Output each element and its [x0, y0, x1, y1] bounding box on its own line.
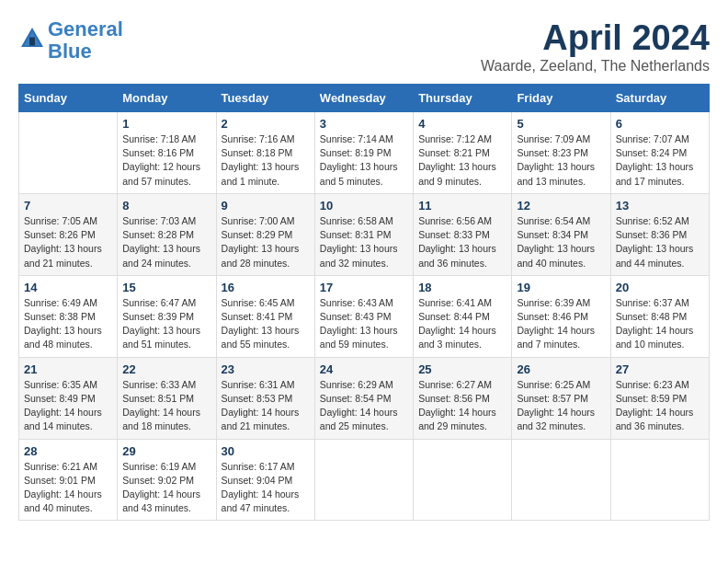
cell-info: Sunrise: 6:58 AMSunset: 8:31 PMDaylight:…	[320, 214, 408, 270]
calendar-cell	[512, 439, 610, 521]
calendar-cell: 20Sunrise: 6:37 AMSunset: 8:48 PMDayligh…	[610, 275, 709, 357]
logo-text: General Blue	[48, 18, 123, 63]
calendar-cell: 4Sunrise: 7:12 AMSunset: 8:21 PMDaylight…	[414, 112, 512, 194]
calendar-cell: 24Sunrise: 6:29 AMSunset: 8:54 PMDayligh…	[314, 357, 413, 439]
cell-info: Sunrise: 6:52 AMSunset: 8:36 PMDaylight:…	[616, 214, 704, 270]
calendar-cell: 21Sunrise: 6:35 AMSunset: 8:49 PMDayligh…	[19, 357, 118, 439]
calendar-cell: 11Sunrise: 6:56 AMSunset: 8:33 PMDayligh…	[414, 193, 512, 275]
cell-info: Sunrise: 7:05 AMSunset: 8:26 PMDaylight:…	[24, 214, 112, 270]
cell-info: Sunrise: 7:07 AMSunset: 8:24 PMDaylight:…	[616, 132, 704, 189]
calendar-cell: 13Sunrise: 6:52 AMSunset: 8:36 PMDayligh…	[610, 193, 709, 275]
cell-info: Sunrise: 6:19 AMSunset: 9:02 PMDaylight:…	[122, 460, 210, 516]
cell-info: Sunrise: 7:00 AMSunset: 8:29 PMDaylight:…	[222, 214, 310, 270]
calendar-cell: 27Sunrise: 6:23 AMSunset: 8:59 PMDayligh…	[610, 357, 709, 439]
calendar-cell: 16Sunrise: 6:45 AMSunset: 8:41 PMDayligh…	[216, 275, 314, 357]
cell-info: Sunrise: 6:41 AMSunset: 8:44 PMDaylight:…	[418, 296, 506, 352]
day-number: 19	[517, 281, 605, 294]
week-row-3: 14Sunrise: 6:49 AMSunset: 8:38 PMDayligh…	[19, 275, 710, 357]
weekday-header-sunday: Sunday	[19, 85, 118, 112]
calendar-cell: 8Sunrise: 7:03 AMSunset: 8:28 PMDaylight…	[118, 193, 216, 275]
day-number: 18	[418, 281, 506, 294]
calendar-cell: 15Sunrise: 6:47 AMSunset: 8:39 PMDayligh…	[118, 275, 216, 357]
calendar-cell	[314, 439, 413, 521]
cell-info: Sunrise: 6:23 AMSunset: 8:59 PMDaylight:…	[616, 378, 704, 434]
day-number: 25	[418, 362, 506, 376]
cell-info: Sunrise: 6:43 AMSunset: 8:43 PMDaylight:…	[320, 296, 408, 352]
svg-rect-2	[29, 38, 35, 46]
cell-info: Sunrise: 6:45 AMSunset: 8:41 PMDaylight:…	[222, 296, 310, 352]
day-number: 8	[122, 199, 210, 213]
calendar-cell: 10Sunrise: 6:58 AMSunset: 8:31 PMDayligh…	[314, 193, 413, 275]
day-number: 29	[122, 444, 210, 458]
day-number: 14	[24, 281, 112, 294]
logo-icon	[18, 25, 46, 52]
calendar-cell	[610, 439, 709, 521]
cell-info: Sunrise: 6:31 AMSunset: 8:53 PMDaylight:…	[222, 378, 310, 434]
cell-info: Sunrise: 7:16 AMSunset: 8:18 PMDaylight:…	[222, 132, 310, 189]
cell-info: Sunrise: 7:14 AMSunset: 8:19 PMDaylight:…	[320, 132, 408, 189]
day-number: 6	[616, 117, 704, 131]
cell-info: Sunrise: 6:27 AMSunset: 8:56 PMDaylight:…	[418, 378, 506, 434]
day-number: 11	[418, 199, 506, 213]
calendar-cell: 14Sunrise: 6:49 AMSunset: 8:38 PMDayligh…	[19, 275, 118, 357]
logo: General Blue	[18, 18, 123, 63]
weekday-header-wednesday: Wednesday	[314, 85, 413, 112]
calendar-cell: 23Sunrise: 6:31 AMSunset: 8:53 PMDayligh…	[216, 357, 314, 439]
day-number: 4	[418, 117, 506, 131]
calendar-cell: 30Sunrise: 6:17 AMSunset: 9:04 PMDayligh…	[216, 439, 314, 521]
title-block: April 2024 Waarde, Zeeland, The Netherla…	[481, 18, 710, 75]
calendar-cell: 6Sunrise: 7:07 AMSunset: 8:24 PMDaylight…	[610, 112, 709, 194]
day-number: 3	[320, 117, 408, 131]
cell-info: Sunrise: 6:47 AMSunset: 8:39 PMDaylight:…	[122, 296, 210, 352]
cell-info: Sunrise: 6:25 AMSunset: 8:57 PMDaylight:…	[517, 378, 605, 434]
day-number: 24	[320, 362, 408, 376]
day-number: 5	[517, 117, 605, 131]
calendar-cell: 2Sunrise: 7:16 AMSunset: 8:18 PMDaylight…	[216, 112, 314, 194]
week-row-1: 1Sunrise: 7:18 AMSunset: 8:16 PMDaylight…	[19, 112, 710, 194]
day-number: 15	[122, 281, 210, 294]
day-number: 2	[222, 117, 310, 131]
day-number: 27	[616, 362, 704, 376]
day-number: 30	[222, 444, 310, 458]
calendar-cell: 22Sunrise: 6:33 AMSunset: 8:51 PMDayligh…	[118, 357, 216, 439]
day-number: 28	[24, 444, 112, 458]
calendar-cell: 26Sunrise: 6:25 AMSunset: 8:57 PMDayligh…	[512, 357, 610, 439]
calendar-cell: 1Sunrise: 7:18 AMSunset: 8:16 PMDaylight…	[118, 112, 216, 194]
day-number: 7	[24, 199, 112, 213]
cell-info: Sunrise: 7:09 AMSunset: 8:23 PMDaylight:…	[517, 132, 605, 189]
weekday-header-saturday: Saturday	[610, 85, 709, 112]
location: Waarde, Zeeland, The Netherlands	[481, 58, 710, 75]
cell-info: Sunrise: 6:33 AMSunset: 8:51 PMDaylight:…	[122, 378, 210, 434]
cell-info: Sunrise: 7:03 AMSunset: 8:28 PMDaylight:…	[122, 214, 210, 270]
month-title: April 2024	[481, 18, 710, 58]
calendar-cell: 28Sunrise: 6:21 AMSunset: 9:01 PMDayligh…	[19, 439, 118, 521]
cell-info: Sunrise: 6:37 AMSunset: 8:48 PMDaylight:…	[616, 296, 704, 352]
calendar-table: SundayMondayTuesdayWednesdayThursdayFrid…	[18, 84, 710, 521]
cell-info: Sunrise: 6:39 AMSunset: 8:46 PMDaylight:…	[517, 296, 605, 352]
calendar-cell: 18Sunrise: 6:41 AMSunset: 8:44 PMDayligh…	[414, 275, 512, 357]
weekday-header-thursday: Thursday	[414, 85, 512, 112]
calendar-cell: 5Sunrise: 7:09 AMSunset: 8:23 PMDaylight…	[512, 112, 610, 194]
cell-info: Sunrise: 6:49 AMSunset: 8:38 PMDaylight:…	[24, 296, 112, 352]
day-number: 20	[616, 281, 704, 294]
week-row-2: 7Sunrise: 7:05 AMSunset: 8:26 PMDaylight…	[19, 193, 710, 275]
cell-info: Sunrise: 6:54 AMSunset: 8:34 PMDaylight:…	[517, 214, 605, 270]
calendar-cell: 12Sunrise: 6:54 AMSunset: 8:34 PMDayligh…	[512, 193, 610, 275]
weekday-header-tuesday: Tuesday	[216, 85, 314, 112]
calendar-cell: 19Sunrise: 6:39 AMSunset: 8:46 PMDayligh…	[512, 275, 610, 357]
day-number: 23	[222, 362, 310, 376]
day-number: 21	[24, 362, 112, 376]
cell-info: Sunrise: 6:56 AMSunset: 8:33 PMDaylight:…	[418, 214, 506, 270]
page-header: General Blue April 2024 Waarde, Zeeland,…	[18, 18, 710, 75]
calendar-cell: 29Sunrise: 6:19 AMSunset: 9:02 PMDayligh…	[118, 439, 216, 521]
day-number: 13	[616, 199, 704, 213]
week-row-4: 21Sunrise: 6:35 AMSunset: 8:49 PMDayligh…	[19, 357, 710, 439]
cell-info: Sunrise: 6:35 AMSunset: 8:49 PMDaylight:…	[24, 378, 112, 434]
day-number: 10	[320, 199, 408, 213]
cell-info: Sunrise: 6:21 AMSunset: 9:01 PMDaylight:…	[24, 460, 112, 516]
day-number: 22	[122, 362, 210, 376]
day-number: 17	[320, 281, 408, 294]
weekday-header-monday: Monday	[118, 85, 216, 112]
calendar-cell	[414, 439, 512, 521]
day-number: 1	[122, 117, 210, 131]
